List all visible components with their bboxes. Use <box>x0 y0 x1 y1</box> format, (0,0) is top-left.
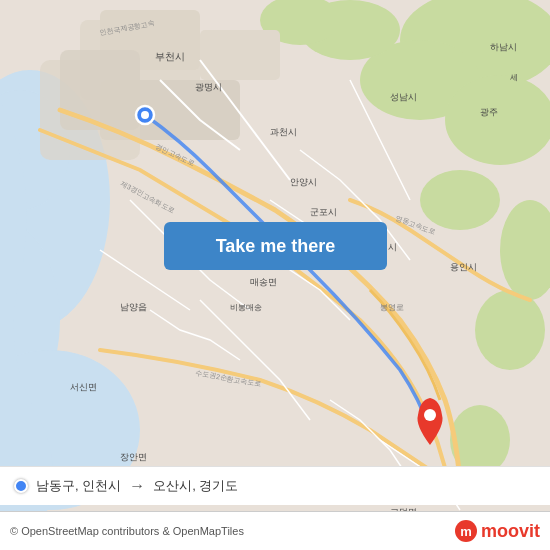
svg-text:m: m <box>460 524 472 539</box>
footer-copyright: © OpenStreetMap contributors & OpenMapTi… <box>10 525 244 537</box>
svg-text:안양시: 안양시 <box>290 177 317 187</box>
svg-text:남양읍: 남양읍 <box>120 302 147 312</box>
svg-text:세: 세 <box>510 73 518 82</box>
svg-text:부천시: 부천시 <box>155 51 185 62</box>
svg-text:장안면: 장안면 <box>120 452 147 462</box>
route-origin: 남동구, 인천시 <box>36 477 121 495</box>
svg-text:광주: 광주 <box>480 107 498 117</box>
svg-text:용인시: 용인시 <box>450 262 477 272</box>
svg-text:매송면: 매송면 <box>250 277 277 287</box>
svg-rect-16 <box>200 30 280 80</box>
svg-point-46 <box>424 409 436 421</box>
svg-text:봉영로: 봉영로 <box>380 303 404 312</box>
moovit-brand-text: moovit <box>481 521 540 542</box>
moovit-icon: m <box>455 520 477 542</box>
footer-bar: © OpenStreetMap contributors & OpenMapTi… <box>0 511 550 550</box>
svg-text:서신면: 서신면 <box>70 382 97 392</box>
take-me-there-button[interactable]: Take me there <box>164 222 387 270</box>
svg-text:비봉매송: 비봉매송 <box>230 303 262 312</box>
route-info: 남동구, 인천시 → 오산시, 경기도 <box>0 466 550 505</box>
svg-text:과천시: 과천시 <box>270 127 297 137</box>
moovit-logo: m moovit <box>455 520 540 542</box>
svg-point-12 <box>475 290 545 370</box>
origin-pin <box>14 479 28 493</box>
svg-text:하남시: 하남시 <box>490 42 517 52</box>
svg-text:군포시: 군포시 <box>310 207 337 217</box>
route-destination: 오산시, 경기도 <box>153 477 238 495</box>
map-container: 부천시 광명시 과천시 성남시 광주 안양시 군포시 수원시 용인시 남양읍 매… <box>0 0 550 550</box>
copyright-text: © OpenStreetMap contributors & OpenMapTi… <box>10 525 244 537</box>
svg-point-45 <box>141 111 149 119</box>
svg-text:광명시: 광명시 <box>195 82 222 92</box>
svg-rect-19 <box>60 50 140 130</box>
route-arrow: → <box>129 477 145 495</box>
svg-point-10 <box>420 170 500 230</box>
svg-point-7 <box>445 75 550 165</box>
svg-text:성남시: 성남시 <box>390 92 417 102</box>
